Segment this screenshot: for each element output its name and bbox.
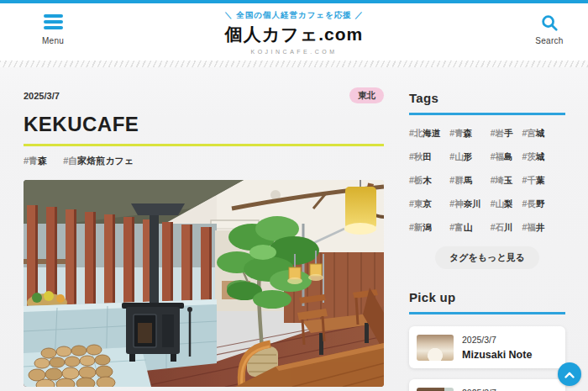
prefecture-tag[interactable]: #東京 [409,198,440,210]
prefecture-tag[interactable]: #青森 [449,128,480,140]
search-icon [540,20,559,34]
article-tag[interactable]: #青森 [24,155,47,167]
scroll-to-top-button[interactable] [558,362,581,386]
pickup-title: Mizusaki Note [462,349,532,361]
prefecture-tag[interactable]: #富山 [449,222,480,234]
prefecture-tag[interactable]: #山梨 [491,198,513,210]
pickup-card[interactable]: 2025/3/7 Mont Cafe [409,379,565,391]
pickup-thumbnail [417,388,454,391]
title-underline [24,144,384,146]
site-header: Menu ＼ 全国の個人経営カフェを応援 ／ 個人カフェ.com KOJINCA… [0,3,588,61]
pickup-list: 2025/3/7 Mizusaki Note 2025/3/7 Mont Caf… [409,326,565,391]
pickup-date: 2025/3/7 [462,335,532,345]
pickup-heading: Pick up [409,290,565,304]
prefecture-tag[interactable]: #秋田 [409,151,440,163]
article-date: 2025/3/7 [24,91,60,101]
site-subtitle: KOJINCAFE.COM [0,49,588,55]
prefecture-tag[interactable]: #新潟 [409,222,440,234]
search-label: Search [531,36,568,45]
more-tags-button[interactable]: タグをもっと見る [435,246,539,269]
search-button[interactable]: Search [531,13,568,45]
pickup-heading-underline [409,312,565,314]
site-title: 個人カフェ.com [0,23,588,46]
article-photo [24,180,384,387]
prefecture-tag[interactable]: #石川 [491,222,513,234]
prefecture-tag[interactable]: #栃木 [409,175,440,187]
prefecture-tag[interactable]: #千葉 [522,175,545,187]
sidebar: Tags #北海道 #青森 #岩手 #宮城 #秋田 #山形 #福島 #茨城 #栃… [409,91,565,391]
article-title: KEKUCAFE [24,113,384,136]
article-tag[interactable]: #自家焙煎カフェ [63,155,134,167]
pickup-date: 2025/3/7 [462,388,512,391]
prefecture-tag[interactable]: #埼玉 [491,175,513,187]
pickup-thumbnail [417,335,454,361]
tags-heading: Tags [409,91,565,105]
article-card: 2025/3/7 東北 KEKUCAFE #青森 #自家焙煎カフェ [24,87,384,387]
prefecture-tag[interactable]: #岩手 [491,128,513,140]
prefecture-tag[interactable]: #山形 [449,151,480,163]
prefecture-tag[interactable]: #宮城 [522,128,545,140]
prefecture-tag[interactable]: #茨城 [522,151,545,163]
prefecture-tag[interactable]: #福島 [491,151,513,163]
prefecture-tag[interactable]: #長野 [522,198,545,210]
pickup-card[interactable]: 2025/3/7 Mizusaki Note [409,326,565,368]
cafe-interior-illustration [24,180,384,387]
site-brand[interactable]: ＼ 全国の個人経営カフェを応援 ／ 個人カフェ.com KOJINCAFE.CO… [0,10,588,55]
header-stripes-divider [0,61,588,67]
prefecture-tag[interactable]: #北海道 [409,128,440,140]
chevron-up-icon [564,367,575,382]
site-tagline: ＼ 全国の個人経営カフェを応援 ／ [0,10,588,21]
prefecture-tag[interactable]: #福井 [522,222,545,234]
prefecture-tag-cloud: #北海道 #青森 #岩手 #宮城 #秋田 #山形 #福島 #茨城 #栃木 #群馬… [409,128,565,234]
tags-heading-underline [409,113,565,115]
region-badge[interactable]: 東北 [349,87,384,103]
article-tag-list: #青森 #自家焙煎カフェ [24,155,384,167]
prefecture-tag[interactable]: #神奈川 [449,198,480,210]
prefecture-tag[interactable]: #群馬 [449,175,480,187]
